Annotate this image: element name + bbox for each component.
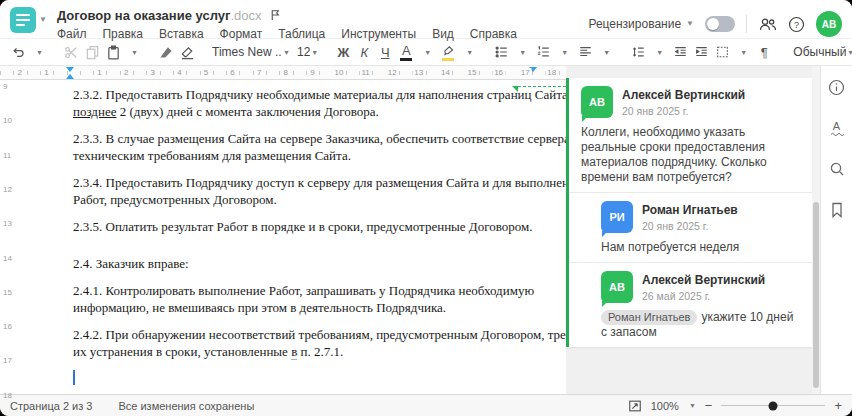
- zoom-value[interactable]: 100%: [651, 400, 679, 412]
- menu-item[interactable]: Правка: [102, 27, 143, 41]
- text-line: их устранения в сроки, установленные в п…: [73, 343, 536, 360]
- text-run: Работ, предусмотренных Договором.: [73, 192, 277, 207]
- text-run: 2 (двух) дней с момента заключения Догов…: [116, 104, 378, 119]
- comment-item[interactable]: РИРоман Игнатьев20 янв 2025 г.Нам потреб…: [569, 192, 812, 262]
- clear-style-button[interactable]: [177, 41, 197, 63]
- bullet-list-dropdown[interactable]: ▼: [512, 41, 532, 63]
- format-painter-button[interactable]: [156, 41, 176, 63]
- paragraph-style-select[interactable]: Обычный▼: [790, 41, 852, 63]
- increase-indent-button[interactable]: [691, 41, 711, 63]
- menu-item[interactable]: Вид: [432, 27, 454, 41]
- paste-dropdown[interactable]: ▼: [124, 41, 144, 63]
- copy-button[interactable]: [82, 41, 102, 63]
- decrease-indent-button[interactable]: [670, 41, 690, 63]
- menu-item[interactable]: Справка: [470, 27, 517, 41]
- search-icon[interactable]: [829, 161, 845, 177]
- highlight-button[interactable]: [438, 41, 458, 63]
- fit-width-icon[interactable]: [628, 399, 642, 413]
- left-indent-marker[interactable]: [66, 74, 74, 79]
- spellcheck-icon[interactable]: А: [830, 121, 844, 136]
- zoom-slider-knob[interactable]: [769, 401, 778, 410]
- underline-button[interactable]: Ч: [375, 41, 395, 63]
- document-text: 2.3.2. Предоставить Подрядчику необходим…: [73, 86, 536, 360]
- font-name-select[interactable]: Times New ...▼: [209, 41, 293, 63]
- undo-icon: [11, 45, 26, 59]
- paragraph[interactable]: 2.3.5. Оплатить результат Работ в порядк…: [73, 218, 536, 235]
- cut-button[interactable]: [61, 41, 81, 63]
- page-indicator[interactable]: Страница 2 из 3: [10, 400, 92, 412]
- highlight-color-bar: [442, 58, 454, 61]
- ruler-number: 15: [466, 68, 479, 77]
- user-avatar[interactable]: АВ: [816, 11, 842, 37]
- paragraph[interactable]: 2.3.2. Предоставить Подрядчику необходим…: [73, 86, 536, 120]
- vertical-ruler[interactable]: 9101112131415161718: [0, 80, 18, 394]
- document-page[interactable]: 2.3.2. Предоставить Подрядчику необходим…: [18, 80, 566, 394]
- align-dropdown[interactable]: ▼: [596, 41, 616, 63]
- comment-text: Нам потребуется неделя: [601, 240, 800, 255]
- menu-item[interactable]: Вставка: [159, 27, 204, 41]
- menu-bar: ФайлПравкаВставкаФорматТаблицаИнструмент…: [57, 27, 517, 41]
- menu-item[interactable]: Таблица: [278, 27, 325, 41]
- paragraph-settings-dropdown[interactable]: ▼: [733, 41, 753, 63]
- comment-thread-card[interactable]: АВАлексей Вертинский20 янв 2025 г.Коллег…: [566, 78, 812, 347]
- font-color-dropdown[interactable]: ▼: [417, 41, 437, 63]
- comment-text: Коллеги, необходимо указать реальные сро…: [581, 125, 800, 185]
- first-line-indent-marker[interactable]: [66, 67, 74, 72]
- scrollbar-thumb[interactable]: [813, 202, 819, 388]
- zoom-out-button[interactable]: −: [705, 399, 713, 412]
- numbered-list-button[interactable]: [533, 41, 553, 63]
- review-mode-dropdown[interactable]: Рецензирование▼: [588, 17, 694, 31]
- paste-button[interactable]: [103, 41, 123, 63]
- comment-item[interactable]: АВАлексей Вертинский20 янв 2025 г.Коллег…: [569, 78, 812, 192]
- paragraph[interactable]: 2.4. Заказчик вправе:: [73, 255, 536, 272]
- undo-button[interactable]: [8, 41, 28, 63]
- help-icon[interactable]: ?: [788, 16, 805, 33]
- mention-pill[interactable]: Роман Игнатьев: [601, 310, 697, 325]
- ruler-number: 17: [3, 356, 12, 365]
- increase-indent-icon: [694, 45, 709, 59]
- comments-panel: АВАлексей Вертинский20 янв 2025 г.Коллег…: [566, 66, 812, 394]
- zoom-slider[interactable]: [721, 399, 825, 413]
- info-icon[interactable]: [828, 79, 845, 96]
- bold-button[interactable]: Ж: [333, 41, 353, 63]
- app-menu-button[interactable]: ▼: [10, 7, 47, 33]
- comment-item[interactable]: АВАлексей Вертинский26 май 2025 г.Роман …: [569, 262, 812, 347]
- horizontal-ruler[interactable]: 21123456789101112131415161718: [0, 66, 566, 80]
- paragraph[interactable]: 2.4.1. Контролировать выполнение Работ, …: [73, 282, 536, 316]
- ruler-number: 2: [16, 68, 24, 77]
- menu-item[interactable]: Инструменты: [341, 27, 416, 41]
- font-size-select[interactable]: 12▼: [294, 41, 321, 63]
- bullet-list-button[interactable]: [491, 41, 511, 63]
- zoom-in-button[interactable]: +: [834, 399, 842, 412]
- bookmark-icon[interactable]: [830, 202, 844, 218]
- line-spacing-dropdown[interactable]: ▼: [649, 41, 669, 63]
- comment-author: Алексей Вертинский: [622, 86, 745, 102]
- ruler-number: 5: [202, 68, 210, 77]
- numbered-list-dropdown[interactable]: ▼: [554, 41, 574, 63]
- paragraph[interactable]: 2.4.2. При обнаружении несоответствий тр…: [73, 326, 536, 360]
- paragraph-settings-button[interactable]: [712, 41, 732, 63]
- font-color-button[interactable]: А: [396, 41, 416, 63]
- menu-item[interactable]: Формат: [220, 27, 263, 41]
- paragraph[interactable]: 2.3.3. В случае размещения Сайта на серв…: [73, 130, 536, 164]
- copy-icon: [85, 45, 100, 60]
- vertical-scrollbar[interactable]: [812, 66, 820, 394]
- highlight-dropdown[interactable]: ▼: [459, 41, 479, 63]
- comment-author: Роман Игнатьев: [642, 201, 738, 217]
- align-button[interactable]: [575, 41, 595, 63]
- flag-icon[interactable]: [269, 8, 282, 22]
- review-toggle[interactable]: [705, 16, 735, 32]
- nonprinting-chars-button[interactable]: ¶: [754, 41, 774, 63]
- menu-item[interactable]: Файл: [57, 27, 87, 41]
- text-line: 2.4. Заказчик вправе:: [73, 255, 536, 272]
- line-spacing-button[interactable]: [628, 41, 648, 63]
- collaboration-users-icon[interactable]: [758, 16, 777, 33]
- undo-dropdown[interactable]: ▼: [29, 41, 49, 63]
- zoom-dropdown[interactable]: ▼: [689, 402, 696, 409]
- ruler-number: 1: [42, 68, 50, 77]
- ruler-number: 14: [3, 254, 12, 263]
- paragraph[interactable]: 2.3.4. Предоставить Подрядчику доступ к …: [73, 174, 536, 208]
- numbered-list-icon: [536, 45, 551, 59]
- italic-button[interactable]: К: [354, 41, 374, 63]
- document-extension: .docx: [230, 8, 261, 23]
